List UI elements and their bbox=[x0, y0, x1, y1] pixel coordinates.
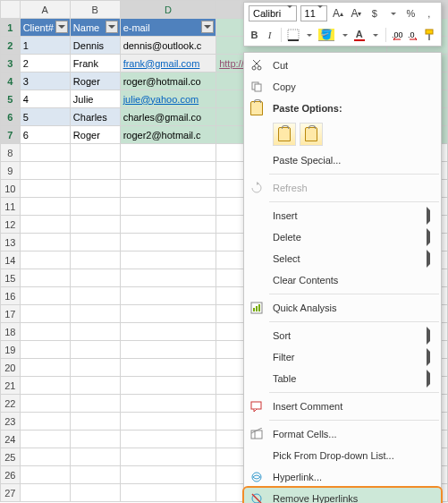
fill-color-dropdown[interactable] bbox=[338, 27, 350, 43]
borders-dropdown[interactable] bbox=[303, 27, 315, 43]
cell[interactable] bbox=[20, 180, 70, 198]
cell[interactable] bbox=[120, 377, 216, 395]
cell[interactable]: Roger bbox=[70, 72, 120, 90]
row-header[interactable]: 6 bbox=[1, 108, 21, 126]
cell[interactable]: 2 bbox=[20, 55, 70, 72]
cell[interactable] bbox=[20, 484, 70, 502]
row-header[interactable]: 14 bbox=[1, 252, 21, 269]
menu-sort[interactable]: Sort bbox=[244, 325, 441, 346]
row-header[interactable]: 25 bbox=[1, 448, 21, 466]
cell[interactable] bbox=[70, 466, 120, 484]
cell[interactable] bbox=[120, 269, 216, 287]
cell[interactable]: 1 bbox=[20, 37, 70, 55]
row-header[interactable]: 7 bbox=[1, 126, 21, 144]
italic-button[interactable]: I bbox=[264, 27, 275, 43]
row-header[interactable]: 23 bbox=[1, 413, 21, 431]
row-header[interactable]: 22 bbox=[1, 395, 21, 413]
cell[interactable]: Charles bbox=[70, 108, 120, 126]
col-header-B[interactable]: B bbox=[70, 1, 120, 19]
hyperlink[interactable]: julie@yahoo.com bbox=[123, 94, 199, 105]
bold-button[interactable]: B bbox=[249, 27, 260, 43]
cell[interactable]: Frank bbox=[70, 55, 120, 72]
row-header[interactable]: 20 bbox=[1, 359, 21, 377]
cell[interactable] bbox=[120, 359, 216, 377]
cell[interactable] bbox=[70, 448, 120, 466]
currency-button[interactable]: $ bbox=[368, 5, 382, 21]
cell[interactable] bbox=[20, 466, 70, 484]
cell[interactable] bbox=[20, 395, 70, 413]
menu-clear-contents[interactable]: Clear Contents bbox=[244, 269, 441, 291]
cell[interactable] bbox=[70, 341, 120, 359]
cell-selected[interactable]: charles@gmail.co bbox=[120, 108, 216, 126]
cell[interactable] bbox=[120, 198, 216, 216]
row-header[interactable]: 17 bbox=[1, 305, 21, 323]
cell[interactable] bbox=[120, 341, 216, 359]
cell[interactable] bbox=[20, 287, 70, 305]
row-header[interactable]: 18 bbox=[1, 323, 21, 341]
menu-delete[interactable]: Delete bbox=[244, 226, 441, 248]
cell[interactable] bbox=[120, 216, 216, 234]
menu-select[interactable]: Select bbox=[244, 248, 441, 269]
cell[interactable]: 6 bbox=[20, 126, 70, 144]
cell-selected[interactable]: frank@gmail.com bbox=[120, 55, 216, 72]
hyperlink[interactable]: frank@gmail.com bbox=[123, 58, 200, 69]
filter-dropdown-icon[interactable] bbox=[55, 21, 68, 33]
cell[interactable] bbox=[120, 448, 216, 466]
cell[interactable] bbox=[120, 431, 216, 448]
cell-selected[interactable]: julie@yahoo.com bbox=[120, 90, 216, 108]
row-header[interactable]: 9 bbox=[1, 162, 21, 180]
cell-selected[interactable]: roger2@hotmail.c bbox=[120, 126, 216, 144]
fill-color-button[interactable]: 🪣 bbox=[318, 27, 334, 43]
col-header-A[interactable]: A bbox=[20, 1, 70, 19]
cell[interactable] bbox=[20, 198, 70, 216]
row-header[interactable]: 13 bbox=[1, 234, 21, 252]
filter-dropdown-icon[interactable] bbox=[106, 21, 118, 33]
cell[interactable] bbox=[70, 287, 120, 305]
menu-quick-analysis[interactable]: Quick Analysis bbox=[244, 297, 441, 319]
font-color-button[interactable]: A bbox=[353, 27, 365, 43]
menu-remove-hyperlinks[interactable]: Remove Hyperlinks bbox=[244, 488, 441, 503]
menu-insert[interactable]: Insert bbox=[244, 205, 441, 226]
cell[interactable] bbox=[20, 377, 70, 395]
row-header[interactable]: 24 bbox=[1, 431, 21, 448]
paste-option-default[interactable] bbox=[273, 123, 296, 146]
cell[interactable] bbox=[20, 162, 70, 180]
cell[interactable] bbox=[20, 216, 70, 234]
cell[interactable] bbox=[20, 305, 70, 323]
row-header[interactable]: 12 bbox=[1, 216, 21, 234]
cell[interactable] bbox=[120, 484, 216, 502]
percent-button[interactable]: % bbox=[403, 5, 418, 21]
cell[interactable] bbox=[70, 269, 120, 287]
select-all-cell[interactable] bbox=[1, 1, 21, 19]
row-header[interactable]: 16 bbox=[1, 287, 21, 305]
cell[interactable] bbox=[70, 431, 120, 448]
decrease-font-button[interactable]: A▾ bbox=[349, 5, 363, 21]
row-header[interactable]: 4 bbox=[1, 72, 21, 90]
row-header[interactable]: 8 bbox=[1, 144, 21, 162]
cell[interactable] bbox=[20, 431, 70, 448]
cell[interactable]: 5 bbox=[20, 108, 70, 126]
cell[interactable] bbox=[20, 341, 70, 359]
menu-format-cells[interactable]: Format Cells... bbox=[244, 423, 441, 445]
cell[interactable] bbox=[70, 359, 120, 377]
cell[interactable] bbox=[70, 484, 120, 502]
cell[interactable]: 4 bbox=[20, 90, 70, 108]
menu-paste-special[interactable]: Paste Special... bbox=[244, 149, 441, 171]
row-header[interactable]: 26 bbox=[1, 466, 21, 484]
increase-decimal-button[interactable]: .0 bbox=[408, 27, 420, 43]
row-header[interactable]: 5 bbox=[1, 90, 21, 108]
row-header[interactable]: 11 bbox=[1, 198, 21, 216]
cell[interactable] bbox=[120, 180, 216, 198]
cell[interactable] bbox=[120, 234, 216, 252]
menu-pick-from-list[interactable]: Pick From Drop-down List... bbox=[244, 445, 441, 466]
cell[interactable]: Dennis bbox=[70, 37, 120, 55]
cell[interactable] bbox=[120, 144, 216, 162]
menu-insert-comment[interactable]: Insert Comment bbox=[244, 396, 441, 417]
cell[interactable]: Julie bbox=[70, 90, 120, 108]
menu-table[interactable]: Table bbox=[244, 368, 441, 389]
cell[interactable] bbox=[20, 448, 70, 466]
cell[interactable]: Roger bbox=[70, 126, 120, 144]
cell[interactable] bbox=[20, 323, 70, 341]
row-header[interactable]: 21 bbox=[1, 377, 21, 395]
cell[interactable] bbox=[70, 252, 120, 269]
